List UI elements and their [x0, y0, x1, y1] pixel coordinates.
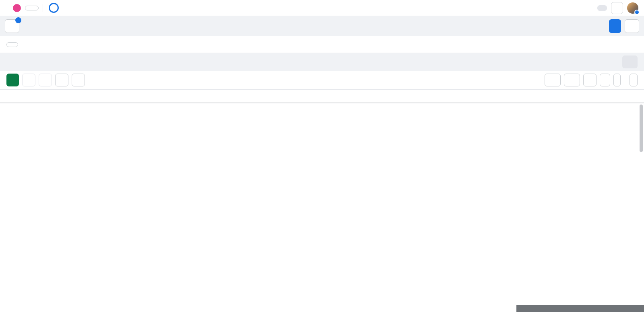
topbar-right — [577, 2, 638, 14]
divider — [43, 4, 43, 12]
table-toolbar — [0, 71, 644, 89]
reports-button[interactable] — [583, 74, 597, 86]
duplicate-button[interactable] — [22, 74, 35, 86]
vertical-scrollbar[interactable] — [640, 105, 643, 152]
opportunity-score-badge — [49, 3, 59, 13]
review-publish-button[interactable] — [597, 5, 607, 11]
view-settings-button[interactable] — [625, 19, 639, 33]
notification-dot — [634, 10, 640, 15]
breakdown-button[interactable] — [564, 74, 580, 86]
ab-test-button[interactable] — [55, 74, 68, 86]
columns-button[interactable] — [545, 74, 561, 86]
opportunity-score-button[interactable] — [47, 2, 66, 14]
active-filter-chip[interactable] — [6, 42, 18, 47]
account-alert-icon[interactable] — [13, 4, 21, 12]
refresh-button[interactable] — [581, 2, 593, 14]
topbar — [0, 0, 644, 16]
table-summary-row — [0, 103, 644, 123]
campaigns-table-card — [0, 71, 644, 312]
charts-panel-button[interactable] — [630, 74, 638, 86]
create-button[interactable] — [6, 74, 19, 86]
filter-row — [0, 36, 644, 53]
search-button[interactable] — [5, 19, 19, 33]
more-options-button[interactable] — [611, 2, 623, 14]
quick-filters-bar — [0, 16, 644, 36]
level-tabs-row — [0, 53, 644, 71]
filter-search-input[interactable] — [24, 41, 632, 47]
export-options-button[interactable] — [613, 74, 621, 86]
export-button[interactable] — [600, 74, 610, 86]
account-selector[interactable] — [25, 6, 39, 10]
campaigns-table — [0, 89, 644, 123]
create-view-button[interactable] — [609, 19, 621, 33]
search-filter-count-badge — [15, 17, 21, 23]
more-button[interactable] — [72, 74, 85, 86]
avatar[interactable] — [627, 2, 638, 14]
table-header-row — [0, 89, 644, 103]
topbar-left — [5, 2, 66, 14]
date-range-button[interactable] — [622, 55, 638, 68]
edit-button[interactable] — [39, 74, 52, 86]
